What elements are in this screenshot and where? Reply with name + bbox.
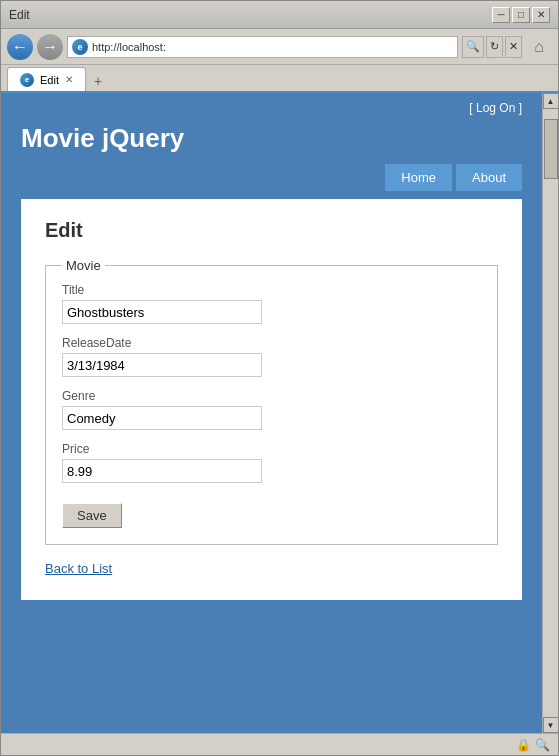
title-input[interactable] [62,300,262,324]
zoom-icon: 🔍 [535,738,550,752]
search-button[interactable]: 🔍 [462,36,484,58]
title-bar-text: Edit [9,8,30,22]
active-tab[interactable]: e Edit ✕ [7,67,86,91]
save-button[interactable]: Save [62,503,122,528]
price-group: Price [62,442,481,483]
title-bar-buttons: ─ □ ✕ [492,7,550,23]
title-label: Title [62,283,481,297]
home-button[interactable]: ⌂ [526,34,552,60]
scrollbar: ▲ ▼ [542,93,558,733]
genre-label: Genre [62,389,481,403]
minimize-button[interactable]: ─ [492,7,510,23]
tab-ie-icon: e [20,73,34,87]
price-input[interactable] [62,459,262,483]
nav-bar: Home About [21,164,522,199]
close-button[interactable]: ✕ [532,7,550,23]
maximize-button[interactable]: □ [512,7,530,23]
scroll-thumb[interactable] [544,119,558,179]
app-title: Movie jQuery [21,119,522,164]
ie-icon: e [72,39,88,55]
scroll-track[interactable] [543,109,559,717]
page-title: Edit [45,219,498,242]
browser-content: [ Log On ] Movie jQuery Home About Edit … [1,93,558,733]
scroll-up-button[interactable]: ▲ [543,93,559,109]
address-controls: 🔍 ↻ ✕ [462,36,522,58]
page: [ Log On ] Movie jQuery Home About Edit … [1,93,542,733]
genre-group: Genre [62,389,481,430]
tab-bar: e Edit ✕ + [1,65,558,93]
protected-mode-icon: 🔒 [516,738,531,752]
scroll-down-button[interactable]: ▼ [543,717,559,733]
logon-link[interactable]: [ Log On ] [469,101,522,115]
movie-fieldset: Movie Title ReleaseDate Genre Pr [45,258,498,545]
tab-label: Edit [40,74,59,86]
tab-close-icon[interactable]: ✕ [65,74,73,85]
logon-area: [ Log On ] [21,101,522,119]
price-label: Price [62,442,481,456]
about-nav-button[interactable]: About [456,164,522,191]
title-bar: Edit ─ □ ✕ [1,1,558,29]
status-bar: 🔒 🔍 [1,733,558,755]
address-input[interactable]: e http://localhost: [67,36,458,58]
new-tab-button[interactable]: + [88,71,108,91]
fieldset-legend: Movie [62,258,105,273]
genre-input[interactable] [62,406,262,430]
address-bar: ← → e http://localhost: 🔍 ↻ ✕ ⌂ [1,29,558,65]
forward-button[interactable]: → [37,34,63,60]
release-date-input[interactable] [62,353,262,377]
title-group: Title [62,283,481,324]
release-date-group: ReleaseDate [62,336,481,377]
back-to-list-link[interactable]: Back to List [45,561,498,576]
home-nav-button[interactable]: Home [385,164,452,191]
back-button[interactable]: ← [7,34,33,60]
app-header: [ Log On ] Movie jQuery Home About [1,93,542,199]
refresh-button[interactable]: ↻ [486,36,503,58]
url-text: http://localhost: [92,41,453,53]
stop-button[interactable]: ✕ [505,36,522,58]
browser-window: Edit ─ □ ✕ ← → e http://localhost: 🔍 ↻ ✕… [0,0,559,756]
main-content: Edit Movie Title ReleaseDate Genre [21,199,522,600]
release-date-label: ReleaseDate [62,336,481,350]
status-icons: 🔒 🔍 [516,738,550,752]
